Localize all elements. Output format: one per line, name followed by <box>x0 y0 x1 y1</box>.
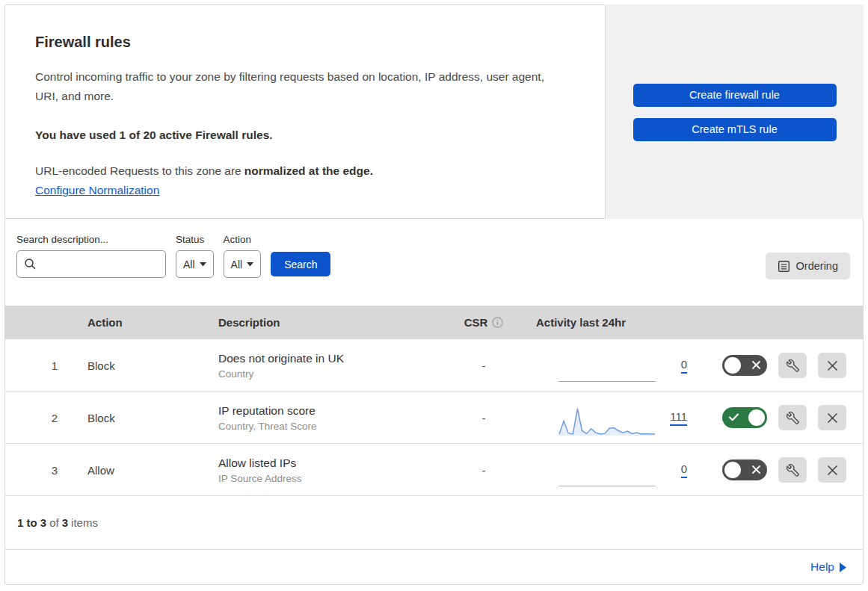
chevron-down-icon <box>247 262 253 267</box>
rule-controls <box>693 405 863 430</box>
configure-normalization-link[interactable]: Configure Normalization <box>35 184 159 197</box>
search-input[interactable] <box>16 250 166 278</box>
edit-rule-button[interactable] <box>778 457 807 483</box>
status-filter-group: Status All <box>176 234 214 278</box>
rule-priority: 1 <box>5 359 73 372</box>
activity-sparkline <box>558 457 656 486</box>
header-csr: CSR <box>443 316 525 329</box>
table-row: 3 Allow Allow listed IPs IP Source Addre… <box>5 444 863 496</box>
activity-count-wrap: 111 <box>656 410 693 426</box>
create-mtls-rule-button[interactable]: Create mTLS rule <box>633 118 837 141</box>
action-filter-value: All <box>231 259 243 270</box>
range-text: 1 to 3 <box>17 516 46 529</box>
header-description: Description <box>203 316 443 329</box>
rule-activity-cell: 0 <box>525 444 693 496</box>
create-firewall-rule-button[interactable]: Create firewall rule <box>633 84 837 107</box>
rule-controls <box>693 353 863 378</box>
actions-side-panel: Create firewall rule Create mTLS rule <box>606 4 864 219</box>
rule-fields: IP Source Address <box>218 473 443 484</box>
rule-toggle[interactable] <box>722 460 767 480</box>
rule-priority: 3 <box>5 464 73 477</box>
intro-card: Firewall rules Control incoming traffic … <box>4 4 606 219</box>
rule-description-cell: IP reputation score Country, Threat Scor… <box>203 404 443 432</box>
activity-count-link[interactable]: 111 <box>670 410 687 426</box>
x-icon <box>752 361 760 369</box>
list-document-icon <box>778 260 790 273</box>
activity-count-link[interactable]: 0 <box>681 358 687 374</box>
x-icon <box>827 465 838 476</box>
rule-toggle[interactable] <box>722 355 767 376</box>
activity-count-link[interactable]: 0 <box>681 462 687 478</box>
toggle-knob <box>724 357 741 374</box>
toggle-knob <box>748 409 765 426</box>
table-header: Action Description CSR Activity last 24h… <box>5 306 863 339</box>
info-circle-icon[interactable] <box>492 317 503 328</box>
action-filter-dropdown[interactable]: All <box>224 250 262 278</box>
rule-activity-cell: 111 <box>525 392 693 444</box>
x-icon <box>752 465 760 474</box>
normalization-prefix: URL-encoded Requests to this zone are <box>35 164 241 177</box>
help-row: Help <box>5 550 863 584</box>
toggle-knob <box>724 462 741 478</box>
action-filter-label: Action <box>224 234 262 245</box>
rule-csr: - <box>443 464 525 477</box>
pagination-summary: 1 to 3 of 3 items <box>5 496 863 550</box>
x-icon <box>827 360 838 371</box>
action-filter-group: Action All <box>224 234 262 278</box>
delete-rule-button[interactable] <box>818 457 846 483</box>
search-group: Search description... <box>16 234 166 278</box>
rule-description: Does not originate in UK <box>218 352 443 365</box>
x-icon <box>827 412 838 424</box>
page-description: Control incoming traffic to your zone by… <box>35 67 558 106</box>
rule-controls <box>693 457 863 483</box>
status-filter-label: Status <box>176 234 214 245</box>
normalization-note: URL-encoded Requests to this zone arenor… <box>35 164 575 178</box>
of-text: of <box>49 516 59 529</box>
search-button[interactable]: Search <box>271 252 330 276</box>
total-text: 3 <box>62 516 68 529</box>
wrench-icon <box>787 464 799 477</box>
rule-description-cell: Allow listed IPs IP Source Address <box>203 457 443 484</box>
filter-bar: Search description... Status All Action <box>5 219 863 306</box>
rule-action: Block <box>73 412 203 424</box>
header-activity: Activity last 24hr <box>525 316 693 329</box>
activity-sparkline <box>558 405 656 438</box>
table-row: 1 Block Does not originate in UK Country… <box>5 339 863 392</box>
items-text: items <box>71 516 98 529</box>
edit-rule-button[interactable] <box>778 353 807 378</box>
rule-description: IP reputation score <box>218 404 443 418</box>
rule-toggle[interactable] <box>722 407 767 428</box>
rule-action: Allow <box>73 464 203 477</box>
rule-action: Block <box>73 359 203 372</box>
help-link-label: Help <box>810 560 834 574</box>
ordering-button[interactable]: Ordering <box>766 253 850 279</box>
chevron-down-icon <box>200 262 206 267</box>
rule-fields: Country <box>218 368 443 380</box>
check-icon <box>729 413 739 421</box>
rule-description: Allow listed IPs <box>218 457 443 470</box>
page-title: Firewall rules <box>35 34 575 51</box>
delete-rule-button[interactable] <box>818 405 846 430</box>
usage-summary: You have used 1 of 20 active Firewall ru… <box>35 129 575 142</box>
header-csr-label: CSR <box>464 316 488 329</box>
search-box <box>16 250 166 278</box>
wrench-icon <box>787 412 799 424</box>
table-row: 2 Block IP reputation score Country, Thr… <box>5 392 863 444</box>
rule-description-cell: Does not originate in UK Country <box>203 352 443 380</box>
firewall-rules-page: Firewall rules Control incoming traffic … <box>0 0 868 590</box>
ordering-group: Ordering <box>766 252 850 279</box>
wrench-icon <box>787 359 799 372</box>
search-label: Search description... <box>16 234 166 245</box>
rule-priority: 2 <box>5 412 73 424</box>
status-filter-value: All <box>183 259 195 270</box>
rule-activity-cell: 0 <box>525 339 693 392</box>
search-button-group: Search <box>271 250 330 276</box>
activity-count-wrap: 0 <box>656 462 693 478</box>
status-filter-dropdown[interactable]: All <box>176 250 214 278</box>
edit-rule-button[interactable] <box>778 405 807 430</box>
arrow-right-icon <box>840 563 846 572</box>
rule-csr: - <box>443 412 525 424</box>
delete-rule-button[interactable] <box>818 353 846 378</box>
activity-sparkline <box>558 352 656 382</box>
help-link[interactable]: Help <box>810 560 846 574</box>
